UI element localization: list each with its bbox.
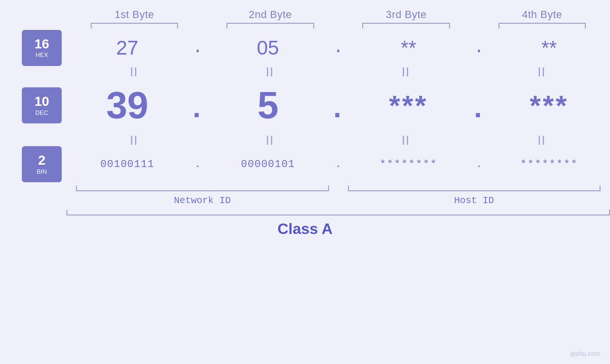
equals-cell-1-1: || xyxy=(66,66,202,77)
watermark: ipshu.com xyxy=(570,350,601,357)
equals-cell-2-3: || xyxy=(338,134,474,145)
bracket-line-2 xyxy=(226,23,314,28)
bracket-cell-4 xyxy=(474,23,610,28)
dec-values: 39 . 5 . *** . *** xyxy=(62,79,610,131)
bracket-line-1 xyxy=(91,23,178,28)
dec-byte4: *** xyxy=(488,89,610,122)
bin-badge: 2 BIN xyxy=(22,146,62,182)
byte-header-3: 3rd Byte xyxy=(338,9,474,21)
equals-2-1: || xyxy=(131,134,139,145)
bin-byte2: 00000101 xyxy=(207,159,328,170)
bin-byte3-value: ******** xyxy=(380,159,438,170)
bin-row: 2 BIN 00100111 . 00000101 . ******** . *… xyxy=(0,148,610,181)
equals-cell-1-2: || xyxy=(202,66,338,77)
hex-dot2: . xyxy=(329,38,348,57)
dec-byte2-value: 5 xyxy=(257,84,279,127)
network-id-label: Network ID xyxy=(66,195,338,206)
hex-byte2: 05 xyxy=(207,37,328,59)
dec-base-number: 10 xyxy=(34,94,49,109)
main-container: 1st Byte 2nd Byte 3rd Byte 4th Byte 16 H… xyxy=(0,0,610,364)
bracket-cell-2 xyxy=(202,23,338,28)
hex-byte2-value: 05 xyxy=(257,37,279,59)
host-bracket-container xyxy=(338,186,610,191)
bin-byte1: 00100111 xyxy=(66,159,188,170)
equals-1-3: || xyxy=(402,66,410,77)
equals-cell-2-2: || xyxy=(202,134,338,145)
equals-1-2: || xyxy=(266,66,274,77)
hex-dot1: . xyxy=(188,38,207,57)
hex-values: 27 . 05 . ** . ** xyxy=(62,32,610,63)
dec-base-label: DEC xyxy=(35,109,48,116)
bottom-bracket-row xyxy=(0,186,610,191)
hex-base-number: 16 xyxy=(34,37,49,52)
bin-base-label: BIN xyxy=(37,168,47,175)
class-label: Class A xyxy=(0,220,610,238)
equals-2-3: || xyxy=(402,134,410,145)
hex-dot3: . xyxy=(469,38,488,57)
bin-byte3: ******** xyxy=(348,159,469,170)
dec-row: 10 DEC 39 . 5 . *** . *** xyxy=(0,79,610,131)
dec-dot3: . xyxy=(469,93,488,131)
id-labels-row: Network ID Host ID xyxy=(0,195,610,206)
network-bracket xyxy=(76,186,329,191)
host-bracket xyxy=(348,186,601,191)
equals-row-1: || || || || xyxy=(0,64,610,78)
network-bracket-container xyxy=(66,186,338,191)
dec-dot2: . xyxy=(329,93,348,131)
hex-byte4-value: ** xyxy=(542,37,557,59)
hex-row: 16 HEX 27 . 05 . ** . ** xyxy=(0,32,610,63)
hex-byte3: ** xyxy=(348,37,469,59)
equals-cell-1-3: || xyxy=(338,66,474,77)
hex-byte3-value: ** xyxy=(401,37,416,59)
equals-cell-1-4: || xyxy=(474,66,610,77)
bin-byte4: ******** xyxy=(488,159,610,170)
hex-byte4: ** xyxy=(488,37,610,59)
full-bracket xyxy=(66,210,610,215)
bin-dot1: . xyxy=(188,159,207,170)
bin-dot3: . xyxy=(469,159,488,170)
dec-dot1: . xyxy=(188,93,207,131)
dec-byte1: 39 xyxy=(66,84,188,127)
bracket-line-4 xyxy=(498,23,586,28)
bracket-cell-3 xyxy=(338,23,474,28)
dec-byte4-value: *** xyxy=(530,89,569,122)
top-bracket-row xyxy=(0,23,610,28)
byte-header-2: 2nd Byte xyxy=(202,9,338,21)
byte-header-4: 4th Byte xyxy=(474,9,610,21)
hex-byte1-value: 27 xyxy=(116,37,139,59)
equals-2-4: || xyxy=(538,134,546,145)
hex-badge: 16 HEX xyxy=(22,30,62,66)
bin-base-number: 2 xyxy=(38,153,46,168)
equals-cell-2-1: || xyxy=(66,134,202,145)
equals-cell-2-4: || xyxy=(474,134,610,145)
hex-byte1: 27 xyxy=(66,37,188,59)
bin-byte1-value: 00100111 xyxy=(100,159,154,170)
equals-row-2: || || || || xyxy=(0,132,610,147)
dec-byte2: 5 xyxy=(207,84,328,127)
dec-byte3: *** xyxy=(348,89,469,122)
bin-values: 00100111 . 00000101 . ******** . *******… xyxy=(62,148,610,181)
bracket-line-3 xyxy=(362,23,450,28)
dec-byte1-value: 39 xyxy=(106,84,149,127)
byte-header-1: 1st Byte xyxy=(66,9,202,21)
bracket-cell-1 xyxy=(66,23,202,28)
byte-headers: 1st Byte 2nd Byte 3rd Byte 4th Byte xyxy=(0,9,610,21)
dec-byte3-value: *** xyxy=(389,89,428,122)
hex-base-label: HEX xyxy=(36,51,48,58)
equals-1-1: || xyxy=(131,66,139,77)
bin-dot2: . xyxy=(329,159,348,170)
bin-byte2-value: 00000101 xyxy=(241,159,295,170)
equals-2-2: || xyxy=(266,134,274,145)
dec-badge: 10 DEC xyxy=(22,87,62,123)
host-id-label: Host ID xyxy=(338,195,610,206)
equals-1-4: || xyxy=(538,66,546,77)
bin-byte4-value: ******** xyxy=(520,159,578,170)
